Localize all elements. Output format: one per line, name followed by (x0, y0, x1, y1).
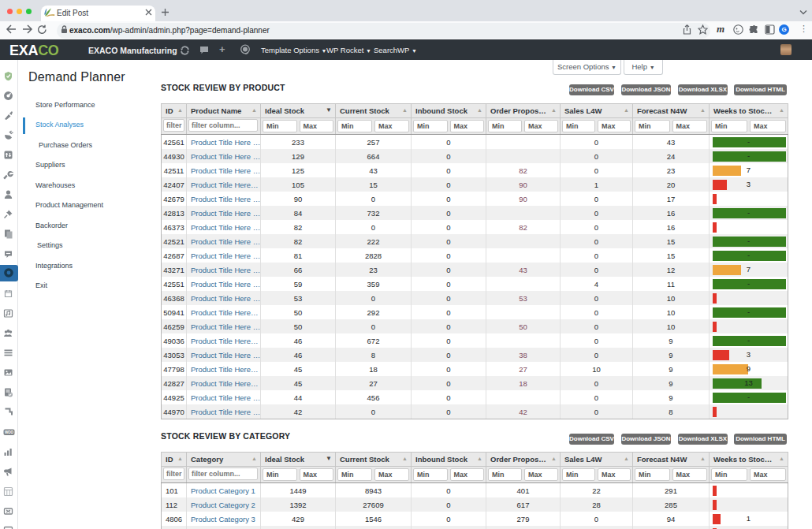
svg-text:WOO: WOO (5, 430, 14, 434)
